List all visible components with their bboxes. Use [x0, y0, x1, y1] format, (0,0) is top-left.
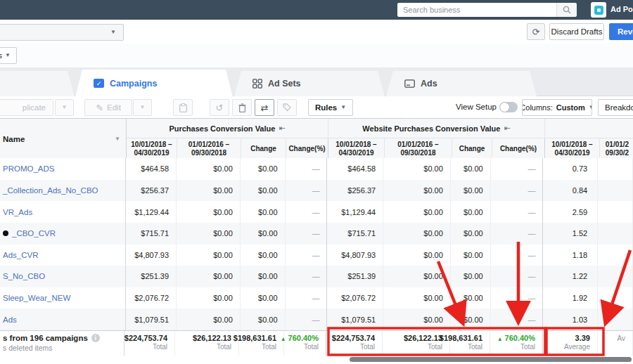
column-header[interactable]: 01/01/2016 –09/30/2018 [177, 138, 241, 159]
column-header[interactable]: 10/01/2018 –04/30/2019 [127, 138, 177, 159]
name-header-label: Name [3, 135, 25, 143]
column-header-line1: Change(%) [288, 145, 325, 153]
campaign-name-link[interactable]: PROMO_ADS [3, 164, 55, 173]
campaign-name-link[interactable]: Sleep_Wear_NEW [3, 294, 70, 302]
footer-sublabel: Av [618, 334, 626, 342]
table-cell: $0.00 [241, 287, 286, 309]
column-header[interactable]: 01/01/2016 –09/30/2018 [385, 138, 452, 159]
table-cell: — [491, 201, 544, 223]
account-dropdown[interactable]: ▼ [0, 24, 124, 41]
trash-icon [238, 103, 246, 112]
campaign-name-link[interactable]: Ads [3, 316, 17, 324]
revert-button[interactable]: ↺ [210, 99, 229, 116]
group-header-label: Purchases Conversion Value [169, 124, 275, 133]
table-cell: $0.00 [451, 287, 491, 309]
search-button[interactable] [556, 3, 577, 17]
column-group-header [545, 119, 633, 138]
table-cell: $0.00 [451, 201, 491, 223]
rules-button[interactable]: Rules ▼ [308, 99, 353, 116]
results-count-label: s from 196 campaigns [3, 334, 88, 342]
saved-filter-label: s [0, 51, 2, 60]
review-label: Review [618, 27, 633, 36]
table-cell: — [491, 287, 544, 309]
table-cell: 2.59 [543, 201, 598, 223]
table-cell: $0.00 [177, 180, 241, 202]
table-cell: $0.00 [383, 308, 451, 330]
tab-campaigns[interactable]: ✓ Campaigns [75, 70, 233, 97]
scrollbar-thumb[interactable] [350, 357, 632, 362]
tab-ad-sets-label: Ad Sets [268, 79, 301, 89]
column-header-line2: 09/30/2018 [191, 149, 226, 157]
table-cell: $0.00 [177, 158, 241, 180]
table-cell: $0.00 [241, 158, 286, 180]
tab-ads[interactable]: Ads [386, 71, 537, 96]
footer-cell: ▲760.40%Total [490, 331, 543, 356]
tab-ad-sets[interactable]: Ad Sets [234, 71, 385, 96]
footer-value: $224,753.74 [332, 334, 375, 342]
column-header[interactable]: Change(%) [492, 138, 545, 159]
table-cell: $251.39 [327, 266, 383, 287]
campaign-name-link[interactable]: _CBO_CVR [12, 229, 56, 238]
copy-button[interactable] [173, 99, 193, 116]
table-cell [598, 308, 633, 330]
refresh-button[interactable]: ⟳ [527, 23, 545, 40]
refresh-icon: ⟳ [532, 27, 540, 37]
info-icon[interactable]: i [91, 334, 100, 342]
column-header[interactable]: 10/01/2018 –04/30/2019 [328, 138, 385, 159]
campaign-name-link[interactable]: S_No_CBO [3, 272, 45, 280]
table-cell: $1,129.44 [126, 201, 177, 223]
footer-sublabel: Total [360, 343, 375, 351]
review-button[interactable]: Review [609, 23, 633, 40]
table-cell: $0.00 [241, 180, 286, 202]
table-cell: $0.00 [177, 308, 241, 330]
search-input[interactable] [397, 3, 556, 17]
table-cell: — [491, 245, 544, 266]
column-header[interactable]: Change [241, 138, 286, 159]
table-cell: $0.00 [383, 245, 451, 266]
view-setup-toggle[interactable] [499, 102, 518, 112]
campaign-name-link[interactable]: _Collection_Ads_No_CBO [3, 186, 98, 195]
column-header-line1: Change [459, 145, 485, 153]
tab-account-overview[interactable]: w [0, 71, 75, 96]
history-icon: ↺ [216, 103, 224, 112]
column-header-line1: 01/01/2016 – [397, 141, 438, 149]
table-cell: $1,129.44 [327, 201, 383, 223]
footer-value: $26,122.13 [193, 334, 231, 342]
edit-menu-button[interactable]: ▼ [133, 99, 152, 116]
breakdown-button[interactable]: Breakdo [598, 99, 633, 116]
duplicate-button[interactable]: plicate [0, 99, 53, 116]
table-header: Name ▼ Purchases Conversion Value⇤Websit… [0, 118, 633, 160]
edit-button[interactable]: ✎ Edit [84, 99, 132, 116]
chevron-down-icon: ▼ [62, 105, 68, 110]
campaign-name-link[interactable]: VR_Ads [3, 208, 32, 216]
duplicate-menu-button[interactable]: ▼ [55, 99, 74, 116]
column-header[interactable]: Change(%) [286, 138, 328, 159]
name-column-header[interactable]: Name ▼ [0, 119, 127, 159]
footer-sublabel: Total [304, 343, 319, 351]
column-header[interactable]: Change [452, 138, 492, 159]
collapse-columns-icon[interactable]: ⇤ [504, 124, 510, 133]
table-row: Ads_CVR$4,807.93$0.00$0.00—$4,807.93$0.0… [0, 245, 633, 266]
ab-test-button[interactable]: ⇄ [255, 99, 274, 116]
footer-sublabel: Total [153, 343, 167, 351]
campaign-dot-icon [3, 230, 8, 236]
column-group-header: Website Purchases Conversion Value⇤ [328, 119, 545, 138]
view-setup-label: View Setup [456, 103, 497, 111]
column-header[interactable]: 01/01/209/30/2 [600, 138, 633, 159]
column-header[interactable]: 10/01/2018 –04/30/2019 [545, 138, 600, 159]
chevron-down-icon: ▼ [5, 53, 11, 58]
delete-button[interactable] [232, 99, 252, 116]
table-cell: $464.58 [327, 158, 383, 180]
column-header-line1: 10/01/2018 – [335, 141, 376, 149]
discard-drafts-button[interactable]: Discard Drafts [549, 23, 604, 40]
collapse-columns-icon[interactable]: ⇤ [279, 124, 285, 133]
ad-pop-app-tile[interactable] [591, 2, 606, 18]
campaign-name-link[interactable]: Ads_CVR [3, 251, 39, 259]
saved-filter-dropdown[interactable]: s ▼ [0, 47, 17, 64]
table-cell: — [286, 266, 328, 287]
search-icon [563, 6, 571, 14]
columns-button[interactable]: Columns: Custom ▼ [522, 99, 592, 116]
table-cell: 0.73 [543, 158, 598, 180]
table-cell: $0.00 [177, 266, 241, 287]
tag-button[interactable] [277, 99, 297, 116]
